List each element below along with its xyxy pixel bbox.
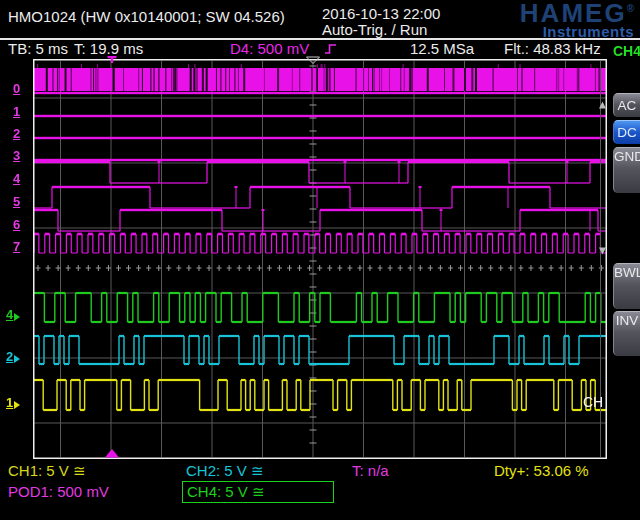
datetime: 2016-10-13 22:00: [322, 5, 440, 22]
coupling-ac-button[interactable]: AC: [613, 93, 640, 117]
channel-label-ch2: 2: [6, 349, 20, 364]
ground-marker-icon: [14, 355, 20, 363]
pod-bit-label-0: 0: [13, 81, 20, 96]
trigger-freq-readout: T: n/a: [352, 462, 389, 479]
oscilloscope-screen: HMO1024 (HW 0x10140001; SW 04.526) 2016-…: [0, 0, 640, 520]
channel-label-ch4: 4: [6, 307, 20, 322]
pod1-scale-readout: POD1: 500 mV: [8, 483, 109, 500]
coupling-gnd-button[interactable]: GND: [613, 147, 640, 193]
device-title: HMO1024 (HW 0x10140001; SW 04.526): [8, 8, 285, 25]
duty-cycle-readout: Dty+: 53.06 %: [494, 462, 589, 479]
ch1-scale-readout: CH1: 5 V ≅: [8, 462, 86, 480]
waveform-display: [0, 56, 640, 460]
timebase-readout: TB: 5 ms: [8, 40, 68, 57]
trigger-time-readout: T: 19.9 ms: [74, 40, 143, 57]
hameg-logo: HAMEG® Instruments: [520, 0, 634, 39]
ground-marker-icon: [14, 313, 20, 321]
coupling-dc-button[interactable]: DC: [613, 120, 640, 144]
pod-bit-label-7: 7: [13, 239, 20, 254]
channel-label-ch1: 1: [6, 395, 20, 410]
ch4-scale-readout: CH4: 5 V ≅: [187, 483, 265, 501]
pod-bit-label-4: 4: [13, 171, 20, 186]
menu-channel-label: CH4: [613, 45, 640, 57]
ch4-selected-box[interactable]: CH4: 5 V ≅: [182, 481, 334, 503]
pod-bit-label-5: 5: [13, 194, 20, 209]
ground-marker-icon: [14, 401, 20, 409]
samplerate-readout: 12.5 MSa: [410, 40, 474, 57]
pod-bit-label-3: 3: [13, 148, 20, 163]
pod-bit-label-1: 1: [13, 104, 20, 119]
waveform-overlay-label: CH: [583, 394, 603, 410]
ch2-scale-readout: CH2: 5 V ≅: [186, 462, 264, 480]
invert-button[interactable]: INV: [613, 311, 640, 356]
registered-icon: ®: [627, 3, 634, 14]
trigger-source-readout: D4: 500 mV: [230, 40, 309, 57]
bandwidth-limit-button[interactable]: BWL: [613, 263, 640, 309]
pod-bit-label-6: 6: [13, 217, 20, 232]
filter-readout: Flt.: 48.83 kHz: [504, 40, 601, 57]
pod-bit-label-2: 2: [13, 126, 20, 141]
trigger-status: Auto-Trig. / Run: [322, 21, 427, 38]
